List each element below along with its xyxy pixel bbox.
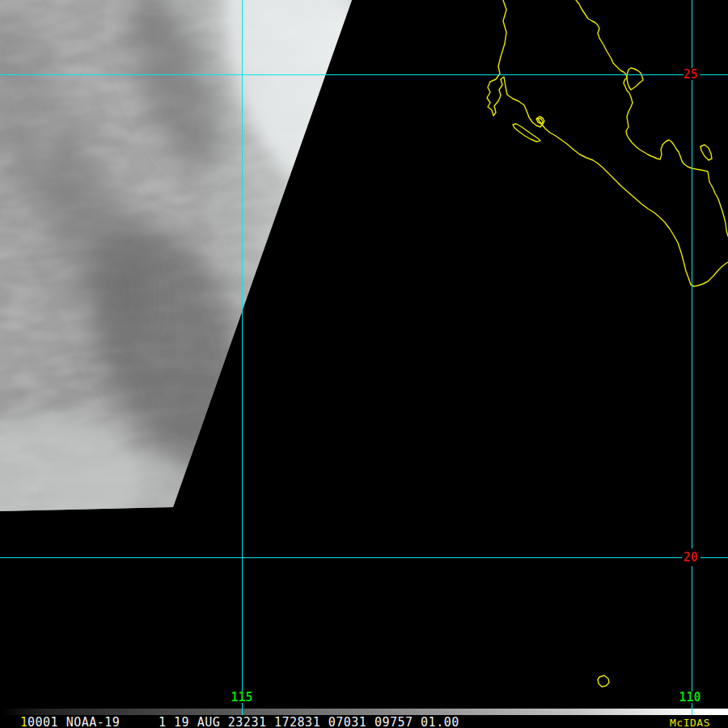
- island-islas-marias: [598, 675, 609, 687]
- coordinate-labels: 2520115110: [231, 67, 700, 705]
- island-vizcaino-lagoon-bar: [513, 124, 540, 142]
- satellite-swath-image: [0, 0, 653, 550]
- mcidas-image-window[interactable]: 1 0001 NOAA-19 1 19 AUG 23231 172831 070…: [0, 0, 728, 728]
- longitude-label: 110: [679, 690, 700, 705]
- latitude-label: 20: [684, 550, 698, 565]
- island-santa-rosalia-hook: [627, 68, 643, 90]
- satellite-image-display[interactable]: 2520115110: [0, 0, 728, 728]
- coastline-baja-gulf-coast: [576, 0, 728, 236]
- latitude-label: 25: [684, 67, 698, 82]
- island-isla-san-marcos: [700, 145, 712, 160]
- longitude-label: 115: [231, 690, 252, 705]
